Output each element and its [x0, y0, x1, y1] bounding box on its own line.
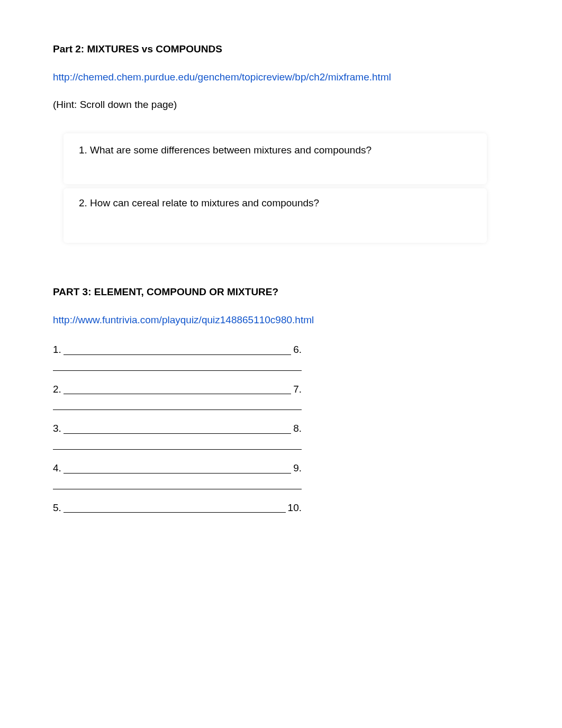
part2-heading: Part 2: MIXTURES vs COMPOUNDS [53, 42, 509, 57]
blank-pair-1: 1. 6. [53, 343, 509, 371]
question-box-2: 2. How can cereal relate to mixtures and… [64, 188, 487, 243]
question-box-1: 1. What are some differences between mix… [64, 133, 487, 185]
blank-num-left: 1. [53, 343, 61, 357]
blank-num-right: 6. [293, 343, 302, 357]
blank-pair-4: 4. 9. [53, 461, 509, 489]
part2-hint: (Hint: Scroll down the page) [53, 98, 185, 112]
blank-num-right: 10. [288, 501, 302, 515]
blank-underline[interactable] [53, 401, 302, 410]
blank-pair-5: 5. 10. [53, 501, 302, 515]
blank-fill[interactable] [64, 461, 291, 474]
blank-line: 3. 8. [53, 422, 302, 436]
blank-num-right: 9. [293, 461, 302, 476]
blank-underline[interactable] [53, 480, 302, 489]
blank-fill[interactable] [64, 422, 291, 434]
blank-underline[interactable] [53, 440, 302, 450]
blank-num-right: 7. [293, 383, 302, 397]
part3-link[interactable]: http://www.funtrivia.com/playquiz/quiz14… [53, 313, 318, 327]
blank-num-left: 2. [53, 383, 61, 397]
blank-line: 1. 6. [53, 343, 302, 357]
blank-line: 2. 7. [53, 383, 302, 397]
part2-link[interactable]: http://chemed.chem.purdue.edu/genchem/to… [53, 70, 370, 85]
blank-pair-2: 2. 7. [53, 383, 509, 411]
blank-fill[interactable] [64, 383, 291, 395]
blank-num-left: 4. [53, 461, 61, 476]
part3-heading: PART 3: ELEMENT, COMPOUND OR MIXTURE? [53, 285, 509, 299]
blank-num-left: 3. [53, 422, 61, 436]
question-2-text: 2. How can cereal relate to mixtures and… [79, 196, 472, 211]
blank-underline[interactable] [53, 361, 302, 371]
blank-line: 4. 9. [53, 461, 302, 476]
blank-num-right: 8. [293, 422, 302, 436]
blank-num-left: 5. [53, 501, 61, 515]
blank-pair-3: 3. 8. [53, 422, 509, 450]
blank-fill[interactable] [64, 501, 286, 513]
question-1-text: 1. What are some differences between mix… [79, 143, 472, 158]
blank-fill[interactable] [64, 343, 291, 355]
